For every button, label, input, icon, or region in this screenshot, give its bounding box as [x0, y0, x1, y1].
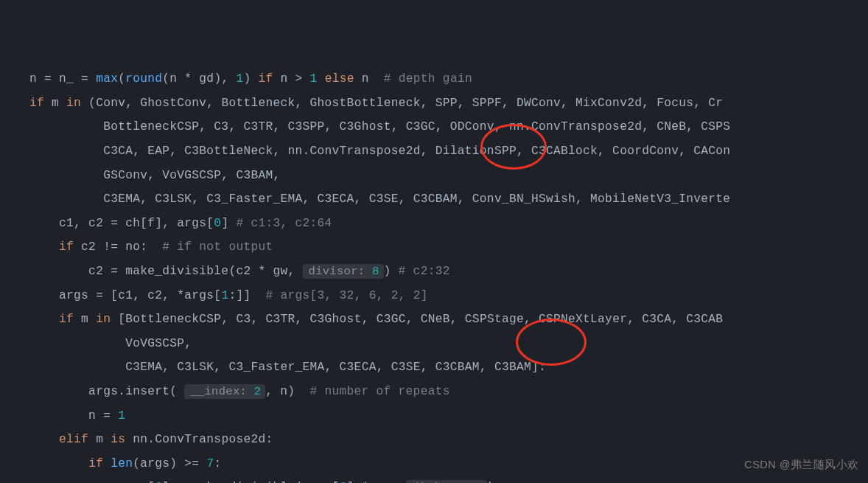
inline-param-hint: divisor: 8 [303, 264, 384, 279]
token-text: m [44, 97, 66, 110]
code-line: BottleneckCSP, C3, C3TR, C3SPP, C3Ghost,… [29, 115, 868, 139]
token-fn: round [125, 72, 162, 86]
token-cmt: # c1:3, c2:64 [236, 217, 332, 230]
token-text: ) [243, 72, 258, 86]
token-text [29, 457, 88, 470]
token-text [103, 457, 111, 470]
token-text: c2 != no: [74, 240, 162, 254]
token-text: : [214, 457, 221, 470]
token-cmt: # if not output [162, 240, 273, 254]
code-lines: n = n_ = max(round(n * gd), 1) if n > 1 … [29, 67, 868, 483]
token-text: (args) >= [133, 457, 206, 470]
token-text: n [354, 72, 384, 86]
code-line: C3CA, EAP, C3BottleNeck, nn.ConvTranspos… [29, 139, 868, 164]
token-text: args.insert( [29, 385, 184, 398]
token-num: 1 [310, 72, 318, 86]
code-line: args.insert( __index: 2, n) # number of … [29, 380, 868, 404]
token-text [29, 433, 59, 446]
code-line: if m in [BottleneckCSP, C3, C3TR, C3Ghos… [29, 307, 868, 332]
token-text: n = [29, 409, 118, 423]
code-line: args = [c1, c2, *args[1:]] # args[3, 32,… [29, 284, 868, 308]
code-line: if c2 != no: # if not output [29, 235, 868, 260]
code-editor-viewport: n = n_ = max(round(n * gd), 1) if n > 1 … [0, 0, 868, 483]
token-text: args = [c1, c2, *args[ [29, 289, 221, 302]
token-text: (n * gd), [162, 72, 236, 86]
code-line: C3EMA, C3LSK, C3_Faster_EMA, C3ECA, C3SE… [29, 187, 868, 212]
code-line: c2 = make_divisible(c2 * gw, divisor: 8)… [29, 260, 868, 284]
token-num: 0 [214, 217, 221, 230]
token-kw: else [325, 72, 354, 86]
token-kw: if [258, 72, 273, 86]
token-kw: elif [59, 433, 88, 446]
token-fn: len [111, 457, 133, 470]
token-text: n > [273, 72, 310, 86]
token-num: 7 [206, 457, 214, 470]
token-num: 1 [118, 409, 125, 423]
token-text: m [74, 313, 96, 326]
code-line: elif m is nn.ConvTranspose2d: [29, 428, 868, 452]
token-text: (Conv, GhostConv, Bottleneck, GhostBottl… [81, 97, 723, 110]
token-text: BottleneckCSP, C3, C3TR, C3SPP, C3Ghost,… [29, 120, 730, 133]
token-kw: if [59, 313, 74, 326]
token-kw: is [111, 433, 125, 446]
token-text: C3EMA, C3LSK, C3_Faster_EMA, C3ECA, C3SE… [29, 192, 730, 206]
code-line: n = n_ = max(round(n * gd), 1) if n > 1 … [29, 67, 868, 91]
inline-param-hint: divisor: 8 [406, 480, 487, 483]
code-line: c1, c2 = ch[f], args[0] # c1:3, c2:64 [29, 212, 868, 236]
code-line: args[6] = make_divisible(args[6] * gw, d… [29, 476, 868, 483]
token-text: C3EMA, C3LSK, C3_Faster_EMA, C3ECA, C3SE… [29, 361, 546, 374]
token-text: ( [118, 72, 125, 86]
token-kw: if [88, 457, 103, 470]
code-line: if m in (Conv, GhostConv, Bottleneck, Gh… [29, 91, 868, 116]
token-text: [BottleneckCSP, C3, C3TR, C3Ghost, C3GC,… [111, 313, 723, 326]
token-cmt: # c2:32 [399, 265, 450, 278]
token-cmt: # depth gain [384, 72, 472, 86]
token-text: m [88, 433, 111, 446]
code-line: if len(args) >= 7: [29, 452, 868, 476]
token-text: C3CA, EAP, C3BottleNeck, nn.ConvTranspos… [29, 145, 730, 158]
token-text: c2 = make_divisible(c2 * gw, [29, 265, 303, 278]
token-text: :]] [228, 289, 265, 302]
token-kw: in [96, 313, 111, 326]
watermark-text: CSDN @弗兰随风小欢 [744, 453, 859, 477]
token-text [318, 72, 325, 86]
token-text: ) [384, 265, 399, 278]
inline-param-hint: __index: 2 [184, 384, 265, 399]
token-cmt: # number of repeats [309, 385, 449, 398]
token-kw: if [29, 97, 44, 110]
token-text: , n) [265, 385, 309, 398]
token-text: VoVGSCSP, [29, 337, 192, 350]
token-num: 1 [221, 289, 228, 302]
token-text: n = n_ = [29, 72, 96, 86]
token-text [29, 240, 59, 254]
code-line: n = 1 [29, 404, 868, 428]
token-text: GSConv, VoVGSCSP, C3BAM, [29, 169, 280, 182]
code-line: C3EMA, C3LSK, C3_Faster_EMA, C3ECA, C3SE… [29, 355, 868, 380]
token-text [29, 313, 59, 326]
token-cmt: # args[3, 32, 6, 2, 2] [265, 289, 427, 302]
token-kw: in [66, 97, 81, 110]
code-line: VoVGSCSP, [29, 332, 868, 356]
code-line: GSConv, VoVGSCSP, C3BAM, [29, 164, 868, 188]
token-text: ] [221, 217, 236, 230]
token-num: 1 [236, 72, 243, 86]
token-kw: if [59, 240, 74, 254]
token-text: c1, c2 = ch[f], args[ [29, 217, 214, 230]
token-fn: max [96, 72, 118, 86]
token-text: nn.ConvTranspose2d: [125, 433, 273, 446]
